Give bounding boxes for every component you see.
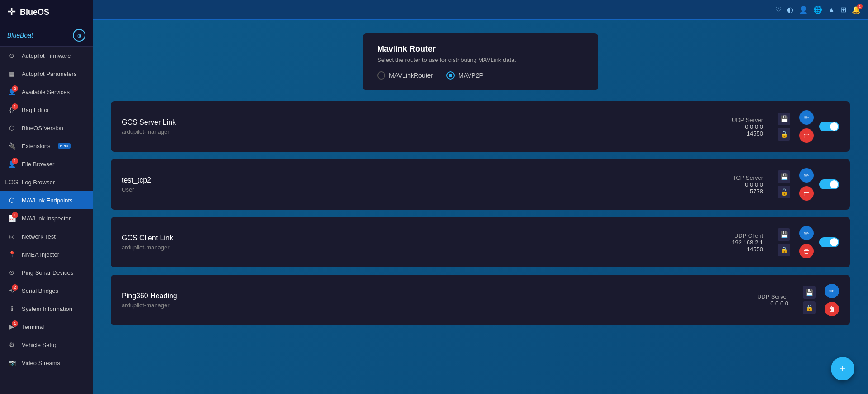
sidebar-item-available-services[interactable]: 👤2Available Services bbox=[0, 83, 93, 101]
sidebar-item-vehicle-setup[interactable]: ⚙Vehicle Setup bbox=[0, 336, 93, 354]
sidebar-item-mavlink-inspector[interactable]: 📈1MAVLink Inspector bbox=[0, 209, 93, 227]
sidebar-item-extensions[interactable]: 🔌ExtensionsBeta bbox=[0, 137, 93, 155]
action-btns-ping360-heading: ✏ 🗑 bbox=[825, 284, 839, 316]
moon-icon[interactable]: ◐ bbox=[787, 5, 793, 14]
endpoint-ip-gcs-client-link: 192.168.2.1 bbox=[732, 239, 763, 246]
add-endpoint-fab[interactable]: + bbox=[831, 357, 854, 380]
toggle-gcs-client-link[interactable] bbox=[819, 237, 839, 247]
delete-btn-ping360-heading[interactable]: 🗑 bbox=[825, 302, 839, 316]
endpoint-card-gcs-client-link: GCS Client Link ardupilot-manager UDP Cl… bbox=[111, 217, 850, 267]
endpoint-type-ping360-heading: UDP Server bbox=[757, 293, 788, 300]
save-btn-gcs-client-link[interactable]: 💾 bbox=[778, 228, 790, 241]
router-description: Select the router to use for distributin… bbox=[377, 56, 583, 63]
sidebar-item-blueos-version[interactable]: ⬡BlueOS Version bbox=[0, 119, 93, 137]
endpoint-owner-gcs-server-link: ardupilot-manager bbox=[122, 128, 723, 135]
sidebar-item-serial-bridges[interactable]: ⟲2Serial Bridges bbox=[0, 281, 93, 300]
sidebar: ✛ BlueOS BlueBoat ◑ ⊙Autopilot Firmware▦… bbox=[0, 0, 93, 394]
endpoint-icon-col-ping360-heading: 💾 🔒 bbox=[803, 286, 816, 314]
badge-serial-bridges: 2 bbox=[12, 284, 18, 291]
action-btns-test-tcp2: ✏ 🗑 bbox=[799, 168, 814, 201]
main-content: ♡ ◐ 👤 🌐 ▲ ⊞ 🔔 1 Mavlink Router Select th… bbox=[93, 0, 868, 394]
lock-btn-test-tcp2[interactable]: 🔓 bbox=[778, 186, 790, 198]
endpoint-details-ping360-heading: UDP Server 0.0.0.0 bbox=[757, 293, 788, 307]
edit-btn-ping360-heading[interactable]: ✏ bbox=[825, 284, 839, 298]
sidebar-label-log-browser: Log Browser bbox=[22, 179, 55, 186]
globe-icon[interactable]: 🌐 bbox=[813, 5, 822, 14]
edit-btn-test-tcp2[interactable]: ✏ bbox=[799, 168, 814, 183]
save-btn-ping360-heading[interactable]: 💾 bbox=[803, 286, 816, 299]
sidebar-label-autopilot-firmware: Autopilot Firmware bbox=[22, 52, 71, 59]
endpoint-ip-test-tcp2: 0.0.0.0 bbox=[745, 181, 763, 188]
endpoint-name-test-tcp2: test_tcp2 bbox=[122, 176, 723, 184]
edit-btn-gcs-client-link[interactable]: ✏ bbox=[799, 226, 814, 240]
endpoint-name-ping360-heading: Ping360 Heading bbox=[122, 292, 748, 300]
endpoint-port-gcs-server-link: 14550 bbox=[747, 130, 763, 137]
heart-icon[interactable]: ♡ bbox=[775, 5, 782, 14]
endpoint-right-test-tcp2: ✏ 🗑 bbox=[799, 168, 839, 201]
sidebar-item-log-browser[interactable]: LOGLog Browser bbox=[0, 173, 93, 191]
sidebar-item-system-information[interactable]: ℹSystem Information bbox=[0, 300, 93, 318]
notification-icon[interactable]: 🔔 1 bbox=[852, 5, 861, 14]
toggle-gcs-server-link[interactable] bbox=[819, 122, 839, 131]
badge-available-services: 2 bbox=[12, 85, 18, 92]
sidebar-item-terminal[interactable]: ▶1Terminal bbox=[0, 318, 93, 336]
sidebar-label-mavlink-inspector: MAVLink Inspector bbox=[22, 215, 71, 222]
wifi-icon[interactable]: ▲ bbox=[828, 6, 835, 14]
logo-text: BlueOS bbox=[20, 8, 49, 17]
autopilot-parameters-icon: ▦ bbox=[7, 69, 16, 78]
radio-mavp2p[interactable]: MAVP2P bbox=[446, 71, 484, 80]
endpoint-list: GCS Server Link ardupilot-manager UDP Se… bbox=[111, 101, 850, 325]
save-btn-gcs-server-link[interactable]: 💾 bbox=[778, 113, 790, 125]
sidebar-label-vehicle-setup: Vehicle Setup bbox=[22, 342, 58, 348]
user-icon[interactable]: 👤 bbox=[799, 5, 808, 14]
badge-bag-editor: 1 bbox=[12, 103, 18, 110]
edit-btn-gcs-server-link[interactable]: ✏ bbox=[799, 110, 814, 125]
sidebar-item-mavlink-endpoints[interactable]: ⬡MAVLink Endpoints bbox=[0, 191, 93, 209]
sidebar-label-bag-editor: Bag Editor bbox=[22, 107, 49, 113]
lock-btn-gcs-client-link[interactable]: 🔒 bbox=[778, 244, 790, 256]
endpoint-port-gcs-client-link: 14550 bbox=[747, 246, 763, 253]
endpoint-owner-gcs-client-link: ardupilot-manager bbox=[122, 244, 723, 251]
radio-mavlinkrouter[interactable]: MAVLinkRouter bbox=[377, 71, 433, 80]
grid-icon[interactable]: ⊞ bbox=[840, 5, 846, 14]
sidebar-item-nmea-injector[interactable]: 📍NMEA Injector bbox=[0, 245, 93, 263]
radio-label-mavp2p: MAVP2P bbox=[458, 72, 484, 79]
endpoint-right-gcs-server-link: ✏ 🗑 bbox=[799, 110, 839, 143]
sidebar-item-autopilot-parameters[interactable]: ▦Autopilot Parameters bbox=[0, 65, 93, 83]
sidebar-label-video-streams: Video Streams bbox=[22, 360, 60, 366]
endpoint-owner-ping360-heading: ardupilot-manager bbox=[122, 302, 748, 309]
delete-btn-gcs-client-link[interactable]: 🗑 bbox=[799, 244, 814, 258]
badge-file-browser: 1 bbox=[12, 158, 18, 164]
sidebar-item-ping-sonar-devices[interactable]: ⊙Ping Sonar Devices bbox=[0, 263, 93, 281]
endpoint-details-gcs-client-link: UDP Client 192.168.2.1 14550 bbox=[732, 232, 763, 253]
beta-badge-extensions: Beta bbox=[58, 143, 71, 149]
save-btn-test-tcp2[interactable]: 💾 bbox=[778, 170, 790, 183]
vehicle-selector[interactable]: BlueBoat ◑ bbox=[0, 24, 93, 47]
delete-btn-gcs-server-link[interactable]: 🗑 bbox=[799, 128, 814, 143]
toggle-test-tcp2[interactable] bbox=[819, 179, 839, 189]
endpoint-card-ping360-heading: Ping360 Heading ardupilot-manager UDP Se… bbox=[111, 275, 850, 325]
endpoint-card-test-tcp2: test_tcp2 User TCP Server 0.0.0.0 5778 💾… bbox=[111, 159, 850, 210]
delete-btn-test-tcp2[interactable]: 🗑 bbox=[799, 186, 814, 201]
sidebar-label-ping-sonar-devices: Ping Sonar Devices bbox=[22, 269, 73, 276]
endpoint-info-test-tcp2: test_tcp2 User bbox=[122, 176, 723, 193]
sidebar-item-file-browser[interactable]: 👤1File Browser bbox=[0, 155, 93, 173]
sidebar-item-network-test[interactable]: ◎Network Test bbox=[0, 227, 93, 245]
sidebar-label-file-browser: File Browser bbox=[22, 161, 54, 168]
lock-btn-ping360-heading[interactable]: 🔒 bbox=[803, 301, 816, 314]
sidebar-item-video-streams[interactable]: 📷Video Streams bbox=[0, 354, 93, 372]
sidebar-label-mavlink-endpoints: MAVLink Endpoints bbox=[22, 197, 73, 204]
endpoint-name-gcs-server-link: GCS Server Link bbox=[122, 118, 723, 127]
autopilot-firmware-icon: ⊙ bbox=[7, 51, 16, 60]
endpoint-details-test-tcp2: TCP Server 0.0.0.0 5778 bbox=[732, 174, 763, 195]
logo-area: ✛ BlueOS bbox=[0, 0, 93, 24]
lock-btn-gcs-server-link[interactable]: 🔒 bbox=[778, 128, 790, 141]
sidebar-item-bag-editor[interactable]: {}1Bag Editor bbox=[0, 101, 93, 119]
sidebar-item-autopilot-firmware[interactable]: ⊙Autopilot Firmware bbox=[0, 47, 93, 65]
endpoint-ip-ping360-heading: 0.0.0.0 bbox=[770, 300, 788, 307]
sidebar-label-system-information: System Information bbox=[22, 305, 72, 312]
vehicle-setup-icon: ⚙ bbox=[7, 340, 16, 349]
radio-circle-mavp2p bbox=[446, 71, 455, 80]
topbar: ♡ ◐ 👤 🌐 ▲ ⊞ 🔔 1 bbox=[93, 0, 868, 20]
router-title: Mavlink Router bbox=[377, 44, 583, 54]
